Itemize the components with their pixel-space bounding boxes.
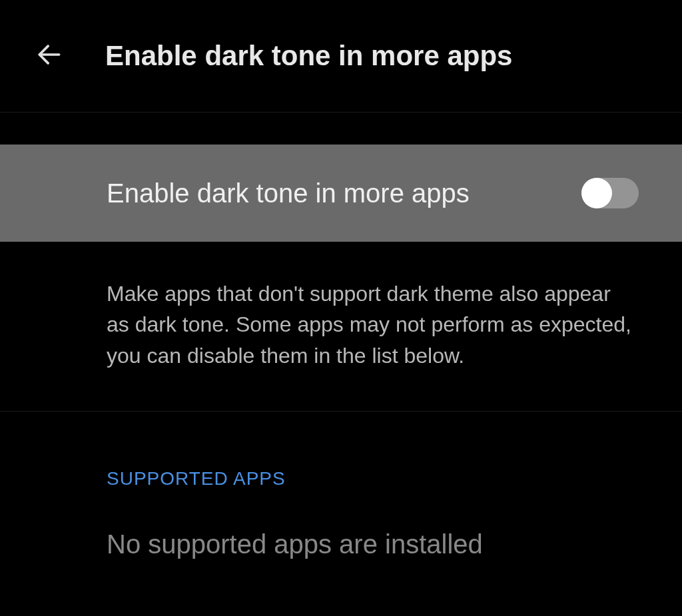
back-button[interactable] — [33, 40, 65, 72]
empty-state-message: No supported apps are installed — [0, 509, 682, 579]
dark-tone-toggle-row[interactable]: Enable dark tone in more apps — [0, 145, 682, 242]
toggle-thumb — [581, 178, 612, 208]
page-title: Enable dark tone in more apps — [105, 40, 512, 72]
arrow-left-icon — [35, 40, 64, 72]
dark-tone-toggle-switch[interactable] — [581, 178, 639, 208]
header: Enable dark tone in more apps — [0, 0, 682, 113]
setting-description: Make apps that don't support dark theme … — [0, 242, 682, 412]
toggle-label: Enable dark tone in more apps — [107, 178, 470, 208]
supported-apps-header: SUPPORTED APPS — [0, 412, 682, 509]
